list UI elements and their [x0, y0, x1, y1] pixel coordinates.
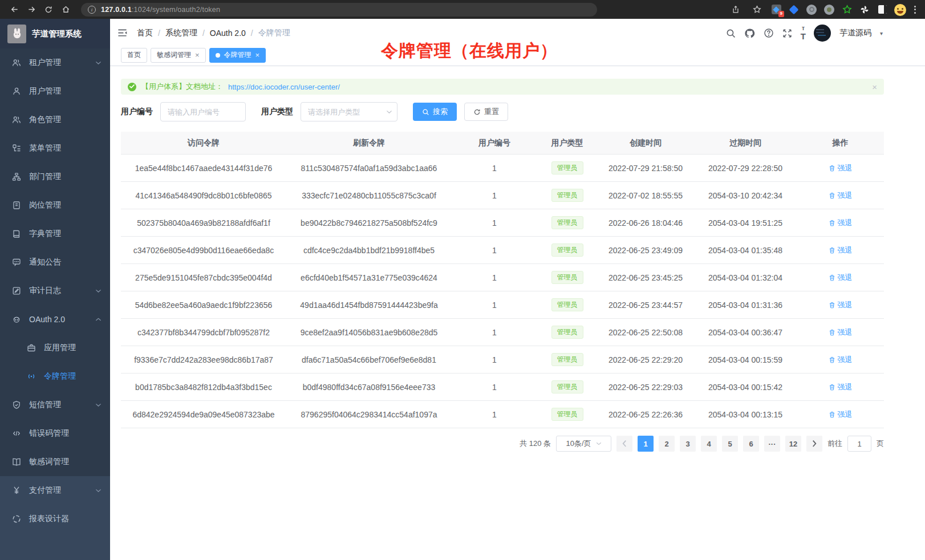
table-row: 6d842e2924594de9a09e45e087323abe 8796295…	[121, 401, 884, 428]
actions-cell: 强退	[797, 245, 884, 255]
page-button-6[interactable]: 6	[743, 436, 759, 452]
share-icon[interactable]	[728, 2, 743, 17]
profile-avatar-icon[interactable]	[894, 4, 906, 15]
sidebar-item-roles[interactable]: 角色管理	[0, 105, 110, 134]
user-type-cell: 管理员	[537, 326, 597, 339]
access-token-cell: 502375b8040a469a9b82188afdf6af1f	[121, 218, 286, 228]
tab-token-management[interactable]: 令牌管理×	[209, 48, 266, 63]
next-page-button[interactable]	[806, 436, 822, 452]
username-label[interactable]: 芋道源码	[839, 28, 871, 38]
force-logout-button[interactable]: 强退	[829, 218, 853, 228]
github-icon[interactable]	[744, 28, 755, 39]
extension-circle-icon[interactable]	[806, 4, 817, 15]
created-time-cell: 2022-06-25 22:29:20	[597, 355, 694, 364]
page-button-1[interactable]: 1	[638, 436, 654, 452]
force-logout-button[interactable]: 强退	[829, 355, 853, 365]
force-logout-button[interactable]: 强退	[829, 245, 853, 255]
sidebar-item-tokens[interactable]: 令牌管理	[0, 362, 110, 391]
sidebar-item-sms[interactable]: 短信管理	[0, 391, 110, 419]
page-button-4[interactable]: 4	[701, 436, 717, 452]
extension-tag-manager-icon[interactable]: 9	[770, 4, 782, 15]
help-icon[interactable]	[764, 28, 774, 38]
refresh-token-cell: 49d1aa46d1454fbd87591444423be9fa	[286, 301, 452, 310]
browser-menu-icon[interactable]	[912, 6, 918, 14]
user-menu-caret-icon[interactable]: ▾	[880, 30, 883, 36]
delete-icon	[829, 411, 835, 418]
force-logout-button[interactable]: 强退	[829, 190, 853, 201]
reset-button[interactable]: 重置	[464, 103, 508, 121]
user-id-cell: 1	[452, 191, 537, 200]
tab-home[interactable]: 首页	[121, 48, 147, 63]
sidebar-item-payment[interactable]: 支付管理	[0, 476, 110, 505]
created-time-cell: 2022-06-25 23:44:57	[597, 301, 694, 310]
sidebar-item-audit-log[interactable]: 审计日志	[0, 277, 110, 305]
alert-doc-link[interactable]: https://doc.iocoder.cn/user-center/	[228, 83, 340, 91]
forward-icon[interactable]	[24, 2, 39, 17]
more-pages-button[interactable]: ···	[764, 436, 780, 452]
tab-close-icon[interactable]: ×	[255, 51, 260, 59]
back-icon[interactable]	[7, 2, 22, 17]
goto-page-input[interactable]	[847, 436, 871, 452]
sidebar-item-users[interactable]: 用户管理	[0, 77, 110, 105]
alert-close-icon[interactable]: ×	[872, 82, 877, 92]
tab-sensitive-words[interactable]: 敏感词管理×	[151, 48, 206, 63]
sidebar-item-applications[interactable]: 应用管理	[0, 334, 110, 362]
sidebar-item-oauth[interactable]: OAuth 2.0	[0, 305, 110, 334]
breadcrumb-home[interactable]: 首页	[137, 28, 153, 38]
sidebar-item-error-codes[interactable]: 错误码管理	[0, 419, 110, 448]
page-button-5[interactable]: 5	[722, 436, 738, 452]
prev-page-button[interactable]	[616, 436, 632, 452]
extension-dot-circle-icon[interactable]	[823, 4, 835, 15]
refresh-token-cell: 9ce8ef2aa9f14056b831ae9b608e28d5	[286, 328, 452, 337]
page-button-3[interactable]: 3	[680, 436, 696, 452]
extension-green-star-icon[interactable]	[841, 4, 853, 15]
actions-cell: 强退	[797, 382, 884, 392]
force-logout-button[interactable]: 强退	[829, 409, 853, 420]
force-logout-button[interactable]: 强退	[829, 300, 853, 310]
extension-sidebar-icon[interactable]	[877, 4, 888, 15]
sidebar-item-sensitive-words[interactable]: 敏感词管理	[0, 448, 110, 476]
page-button-12[interactable]: 12	[785, 436, 801, 452]
sidebar-item-posts[interactable]: 岗位管理	[0, 191, 110, 220]
refresh-token-cell: dfa6c71a50a54c66bef706ef9e6e8d81	[286, 355, 452, 364]
actions-cell: 强退	[797, 300, 884, 310]
sidebar-item-tenant[interactable]: 租户管理	[0, 48, 110, 77]
access-token-cell: 275e5de9151045fe87cbdc395e004f4d	[121, 273, 286, 282]
force-logout-button[interactable]: 强退	[829, 163, 853, 173]
access-token-cell: b0d1785bc3a8482f812db4a3f3bd15ec	[121, 383, 286, 392]
actions-cell: 强退	[797, 163, 884, 173]
breadcrumb-system[interactable]: 系统管理	[165, 28, 197, 38]
page-size-select[interactable]: 10条/页	[556, 436, 611, 452]
tab-close-icon[interactable]: ×	[195, 51, 200, 59]
page-info-icon[interactable]: i	[88, 6, 96, 14]
home-icon[interactable]	[58, 2, 73, 17]
app-logo-row[interactable]: 芋道管理系统	[0, 19, 110, 48]
table-row: b0d1785bc3a8482f812db4a3f3bd15ec b0df498…	[121, 374, 884, 401]
bookmark-star-icon[interactable]	[749, 2, 764, 17]
fullscreen-icon[interactable]	[782, 29, 792, 38]
extension-gem-icon[interactable]	[788, 4, 800, 15]
expire-time-cell: 2054-03-04 00:13:15	[694, 410, 797, 419]
url-bar[interactable]: i 127.0.0.1:1024/system/oauth2/token	[81, 3, 597, 17]
breadcrumb-oauth[interactable]: OAuth 2.0	[210, 29, 246, 38]
search-button[interactable]: 搜索	[413, 103, 457, 121]
sidebar-item-departments[interactable]: 部门管理	[0, 163, 110, 191]
sidebar-item-report-designer[interactable]: 报表设计器	[0, 505, 110, 533]
sidebar-item-menus[interactable]: 菜单管理	[0, 134, 110, 163]
created-time-cell: 2022-06-26 18:04:46	[597, 218, 694, 228]
reload-icon[interactable]	[41, 2, 56, 17]
user-avatar[interactable]	[814, 25, 831, 42]
force-logout-button[interactable]: 强退	[829, 327, 853, 338]
sidebar-item-dictionary[interactable]: 字典管理	[0, 220, 110, 248]
search-icon[interactable]	[726, 29, 736, 38]
force-logout-button[interactable]: 强退	[829, 273, 853, 283]
user-type-select[interactable]	[301, 102, 397, 121]
force-logout-button[interactable]: 强退	[829, 382, 853, 392]
sidebar-item-announcements[interactable]: 通知公告	[0, 248, 110, 277]
error-code-icon	[12, 429, 21, 438]
extension-pinwheel-icon[interactable]	[859, 4, 870, 15]
user-id-input[interactable]	[160, 102, 246, 121]
page-button-2[interactable]: 2	[659, 436, 675, 452]
font-size-icon[interactable]: тT	[801, 25, 805, 41]
sidebar-collapse-icon[interactable]	[117, 29, 127, 37]
